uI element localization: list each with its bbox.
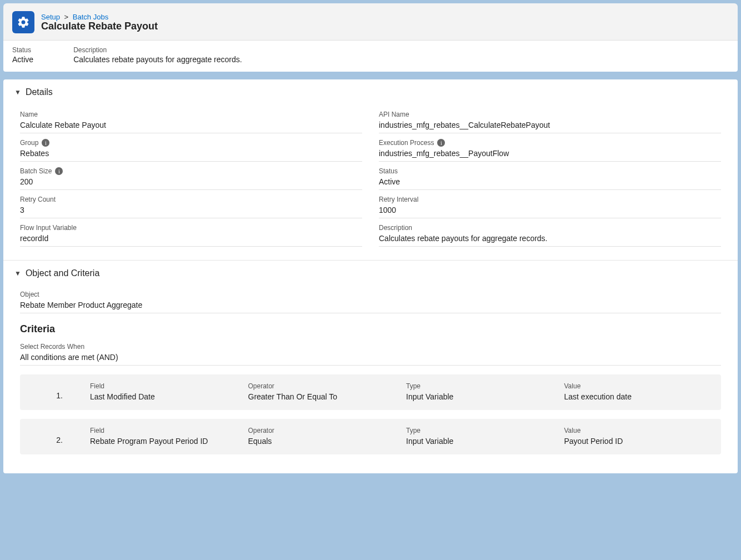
field-select-records-when-value: All conditions are met (AND) [20, 353, 721, 362]
field-retry-interval-value: 1000 [379, 206, 721, 214]
field-description: Description Calculates rebate payouts fo… [379, 218, 721, 247]
details-section-header[interactable]: ▼ Details [3, 79, 738, 101]
object-criteria-section-header[interactable]: ▼ Object and Criteria [3, 261, 738, 282]
details-section-title: Details [26, 87, 53, 97]
field-object-value: Rebate Member Product Aggregate [20, 301, 721, 309]
info-icon[interactable]: i [437, 139, 445, 147]
field-execution-process-value: industries_mfg_rebates__PayoutFlow [379, 149, 721, 158]
field-object: Object Rebate Member Product Aggregate [20, 285, 721, 313]
field-batch-size: Batch Size i 200 [20, 162, 362, 190]
page-title: Calculate Rebate Payout [41, 21, 158, 32]
field-retry-count-label: Retry Count [20, 196, 362, 203]
criteria-cell-operator: Operator Greater Than Or Equal To [248, 382, 397, 401]
field-object-label: Object [20, 291, 721, 298]
summary-status: Status Active [12, 46, 33, 64]
object-criteria-section-title: Object and Criteria [26, 268, 99, 278]
summary-bar: Status Active Description Calculates reb… [3, 41, 738, 72]
breadcrumb: Setup > Batch Jobs [41, 13, 158, 21]
criteria-cell-operator: Operator Equals [248, 427, 397, 446]
field-name-value: Calculate Rebate Payout [20, 121, 362, 129]
details-card: ▼ Details Name Calculate Rebate Payout A… [3, 79, 738, 473]
field-status-value: Active [379, 177, 721, 186]
field-flow-input-value: recordId [20, 234, 362, 243]
chevron-down-icon: ▼ [14, 269, 21, 277]
criteria-index: 2. [29, 427, 90, 444]
field-description-label: Description [379, 224, 721, 232]
chevron-down-icon: ▼ [14, 88, 21, 96]
criteria-cell-type: Type Input Variable [406, 427, 554, 446]
criteria-index: 1. [29, 382, 90, 400]
breadcrumb-batch-jobs[interactable]: Batch Jobs [73, 13, 108, 21]
gear-icon [12, 11, 34, 33]
field-name: Name Calculate Rebate Payout [20, 105, 362, 133]
field-select-records-when-label: Select Records When [20, 343, 721, 351]
field-description-value: Calculates rebate payouts for aggregate … [379, 234, 721, 243]
info-icon[interactable]: i [42, 139, 49, 147]
field-status-label: Status [379, 167, 721, 175]
field-retry-interval-label: Retry Interval [379, 196, 721, 203]
summary-description: Description Calculates rebate payouts fo… [73, 46, 242, 64]
field-retry-count: Retry Count 3 [20, 190, 362, 218]
field-api-name: API Name industries_mfg_rebates__Calcula… [379, 105, 721, 133]
criteria-cell-value: Value Payout Period ID [564, 427, 713, 446]
summary-description-label: Description [73, 46, 242, 54]
field-flow-input-label: Flow Input Variable [20, 224, 362, 232]
page-header: Setup > Batch Jobs Calculate Rebate Payo… [3, 3, 738, 41]
criteria-row: 2. Field Rebate Program Payout Period ID… [20, 419, 721, 454]
summary-status-value: Active [12, 55, 33, 64]
field-batch-size-value: 200 [20, 177, 362, 186]
criteria-row: 1. Field Last Modified Date Operator Gre… [20, 374, 721, 410]
field-status: Status Active [379, 162, 721, 190]
field-retry-count-value: 3 [20, 206, 362, 214]
field-retry-interval: Retry Interval 1000 [379, 190, 721, 218]
criteria-cell-value: Value Last execution date [564, 382, 713, 401]
summary-description-value: Calculates rebate payouts for aggregate … [73, 55, 242, 64]
field-group-value: Rebates [20, 149, 362, 158]
breadcrumb-setup[interactable]: Setup [41, 13, 60, 21]
field-group-label: Group [20, 139, 38, 147]
field-flow-input: Flow Input Variable recordId [20, 218, 362, 247]
criteria-cell-field: Field Rebate Program Payout Period ID [90, 427, 238, 446]
field-name-label: Name [20, 111, 362, 118]
summary-status-label: Status [12, 46, 33, 54]
field-group: Group i Rebates [20, 133, 362, 162]
field-select-records-when: Select Records When All conditions are m… [20, 337, 721, 366]
field-batch-size-label: Batch Size [20, 167, 52, 175]
field-execution-process: Execution Process i industries_mfg_rebat… [379, 133, 721, 162]
field-execution-process-label: Execution Process [379, 139, 434, 147]
info-icon[interactable]: i [55, 167, 63, 175]
criteria-cell-field: Field Last Modified Date [90, 382, 238, 401]
criteria-cell-type: Type Input Variable [406, 382, 554, 401]
field-api-name-value: industries_mfg_rebates__CalculateRebateP… [379, 121, 721, 129]
field-api-name-label: API Name [379, 111, 721, 118]
criteria-title: Criteria [20, 323, 721, 335]
